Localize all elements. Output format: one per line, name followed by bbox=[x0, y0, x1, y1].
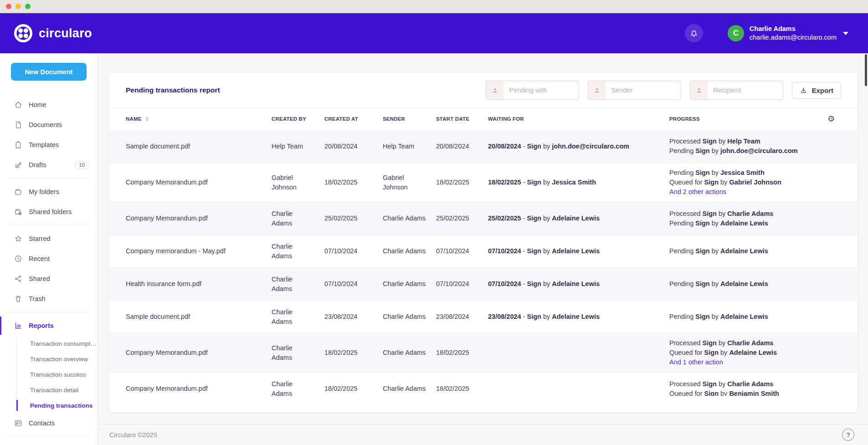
created-at-cell: 18/02/2025 bbox=[324, 178, 383, 187]
chevron-down-icon bbox=[843, 32, 848, 35]
star-icon bbox=[14, 234, 23, 243]
sidebar-item-home[interactable]: Home bbox=[0, 95, 98, 115]
table-row[interactable]: Company Memorandum.pdfCharlie Adams18/02… bbox=[109, 333, 858, 372]
filter-bar: Export bbox=[486, 81, 841, 100]
table-body: Sample document.pdfHelp Team20/08/2024He… bbox=[109, 130, 858, 396]
sender-cell: Charlie Adams bbox=[383, 384, 436, 394]
sidebar-item-trash[interactable]: Trash bbox=[0, 289, 98, 309]
column-header-name[interactable]: NAME bbox=[126, 116, 272, 122]
progress-cell: Processed Sign by Help TeamPending Sign … bbox=[669, 137, 827, 156]
sender-input[interactable] bbox=[606, 87, 681, 94]
report-card: Pending transactions report bbox=[109, 73, 858, 412]
progress-cell: Pending Sign by Jessica SmithQueued for … bbox=[669, 168, 827, 197]
progress-line: Queued for Sign by Gabriel Johnson bbox=[669, 178, 821, 187]
waiting-for-cell: 18/02/2025 - Sign by Jessica Smith bbox=[488, 178, 669, 187]
sidebar-item-shared[interactable]: Shared bbox=[0, 269, 98, 289]
created-by-cell: Charlie Adams bbox=[272, 209, 324, 228]
start-date-cell: 18/02/2025 bbox=[436, 348, 488, 358]
user-menu[interactable]: C Charlie Adams charlie.adams@circularo.… bbox=[728, 25, 848, 42]
sidebar-item-contacts[interactable]: Contacts bbox=[0, 413, 98, 433]
transactions-table: NAME CREATED BY CREATED AT SENDER START … bbox=[109, 108, 858, 396]
subitem-transaction-success[interactable]: Transaction success bbox=[30, 367, 98, 382]
sender-filter[interactable] bbox=[588, 81, 681, 100]
column-header-waiting-for: WAITING FOR bbox=[488, 116, 669, 122]
scrollbar-thumb[interactable] bbox=[865, 54, 867, 86]
progress-line: Pending Sign by Adelaine Lewis bbox=[669, 219, 821, 228]
sidebar-item-shared-folders[interactable]: Shared folders bbox=[0, 202, 98, 222]
sidebar-item-starred[interactable]: Starred bbox=[0, 229, 98, 249]
document-name: Company Memorandum.pdf bbox=[126, 384, 272, 394]
waiting-for-cell: 07/10/2024 - Sign by Adelaine Lewis bbox=[488, 279, 669, 289]
user-email: charlie.adams@circularo.com bbox=[750, 33, 837, 42]
pending-with-input[interactable] bbox=[503, 87, 579, 94]
column-header-sender: SENDER bbox=[383, 116, 436, 122]
sidebar-item-label: Templates bbox=[29, 141, 59, 148]
document-icon bbox=[14, 120, 23, 129]
table-row[interactable]: Company Memorandum.pdfCharlie Adams18/02… bbox=[109, 372, 858, 396]
created-at-cell: 25/02/2025 bbox=[324, 214, 383, 223]
divider bbox=[7, 436, 91, 437]
waiting-for-cell: 20/08/2024 - Sign by john.doe@circularo.… bbox=[488, 142, 669, 151]
sidebar: New Document Home Documents Templates Dr… bbox=[0, 53, 98, 445]
subitem-pending-transactions[interactable]: Pending transactions bbox=[30, 398, 98, 413]
sidebar-item-label: Home bbox=[29, 101, 46, 108]
notifications-button[interactable] bbox=[685, 24, 703, 42]
sidebar-item-reports[interactable]: Reports bbox=[0, 316, 98, 336]
start-date-cell: 07/10/2024 bbox=[436, 246, 488, 256]
progress-cell: Processed Sign by Charlie AdamsQueued fo… bbox=[669, 379, 827, 396]
progress-cell: Pending Sign by Adelaine Lewis bbox=[669, 312, 827, 322]
sidebar-item-label: Contacts bbox=[29, 419, 55, 427]
progress-cell: Pending Sign by Adelaine Lewis bbox=[669, 279, 827, 289]
traffic-light-zoom[interactable] bbox=[25, 4, 31, 9]
table-row[interactable]: Company Memorandum.pdfGabriel Johnson18/… bbox=[109, 163, 858, 202]
window-titlebar bbox=[0, 0, 868, 13]
column-header-start-date: START DATE bbox=[436, 116, 488, 122]
sidebar-item-templates[interactable]: Templates bbox=[0, 135, 98, 155]
person-icon bbox=[486, 81, 503, 99]
report-card-header: Pending transactions report bbox=[109, 73, 858, 108]
created-by-cell: Charlie Adams bbox=[272, 275, 324, 294]
table-row[interactable]: Company Memorandum.pdfCharlie Adams25/02… bbox=[109, 202, 858, 235]
drafts-count-badge: 10 bbox=[75, 161, 88, 169]
table-row[interactable]: Company memorandum - May.pdfCharlie Adam… bbox=[109, 235, 858, 267]
gear-icon[interactable]: ⚙ bbox=[827, 115, 835, 123]
created-by-cell: Charlie Adams bbox=[272, 379, 324, 396]
created-at-cell: 18/02/2025 bbox=[324, 348, 383, 358]
table-header: NAME CREATED BY CREATED AT SENDER START … bbox=[109, 108, 858, 130]
table-row[interactable]: Sample document.pdfHelp Team20/08/2024He… bbox=[109, 130, 858, 163]
subitem-transaction-consumption[interactable]: Transaction consumpt… bbox=[30, 336, 98, 351]
export-button[interactable]: Export bbox=[792, 82, 841, 99]
help-button[interactable]: ? bbox=[842, 429, 854, 441]
traffic-light-close[interactable] bbox=[6, 4, 11, 9]
more-actions-link[interactable]: And 1 other action bbox=[669, 358, 821, 367]
new-document-button[interactable]: New Document bbox=[11, 63, 87, 81]
sender-cell: Charlie Adams bbox=[383, 348, 436, 358]
pending-with-filter[interactable] bbox=[486, 81, 579, 100]
sender-cell: Charlie Adams bbox=[383, 246, 436, 256]
avatar: C bbox=[728, 25, 744, 41]
table-row[interactable]: Sample document.pdfCharlie Adams23/08/20… bbox=[109, 300, 858, 333]
document-name: Company Memorandum.pdf bbox=[126, 214, 272, 223]
sender-cell: Charlie Adams bbox=[383, 279, 436, 289]
app-logo[interactable]: circularo bbox=[14, 24, 92, 43]
table-row[interactable]: Health insurance form.pdfCharlie Adams07… bbox=[109, 267, 858, 300]
sidebar-item-recent[interactable]: Recent bbox=[0, 249, 98, 269]
document-name: Health insurance form.pdf bbox=[126, 279, 272, 289]
subitem-transaction-detail[interactable]: Transaction detail bbox=[30, 382, 98, 398]
shared-folder-icon bbox=[14, 207, 23, 216]
sidebar-item-my-folders[interactable]: My folders bbox=[0, 182, 98, 202]
traffic-light-minimize[interactable] bbox=[15, 4, 21, 9]
progress-line: Pending Sign by Adelaine Lewis bbox=[669, 279, 821, 289]
column-header-created-at: CREATED AT bbox=[324, 116, 383, 122]
recipient-input[interactable] bbox=[708, 87, 783, 94]
progress-line: Processed Sign by Charlie Adams bbox=[669, 338, 821, 348]
document-name: Company memorandum - May.pdf bbox=[126, 246, 272, 256]
recipient-filter[interactable] bbox=[690, 81, 783, 100]
subitem-transaction-overview[interactable]: Transaction overview bbox=[30, 351, 98, 367]
sidebar-item-drafts[interactable]: Drafts 10 bbox=[0, 155, 98, 175]
progress-cell: Processed Sign by Charlie AdamsQueued fo… bbox=[669, 338, 827, 367]
sort-icon[interactable] bbox=[145, 117, 149, 121]
sidebar-item-documents[interactable]: Documents bbox=[0, 115, 98, 135]
more-actions-link[interactable]: And 2 other actions bbox=[669, 187, 821, 197]
start-date-cell: 23/08/2024 bbox=[436, 312, 488, 322]
